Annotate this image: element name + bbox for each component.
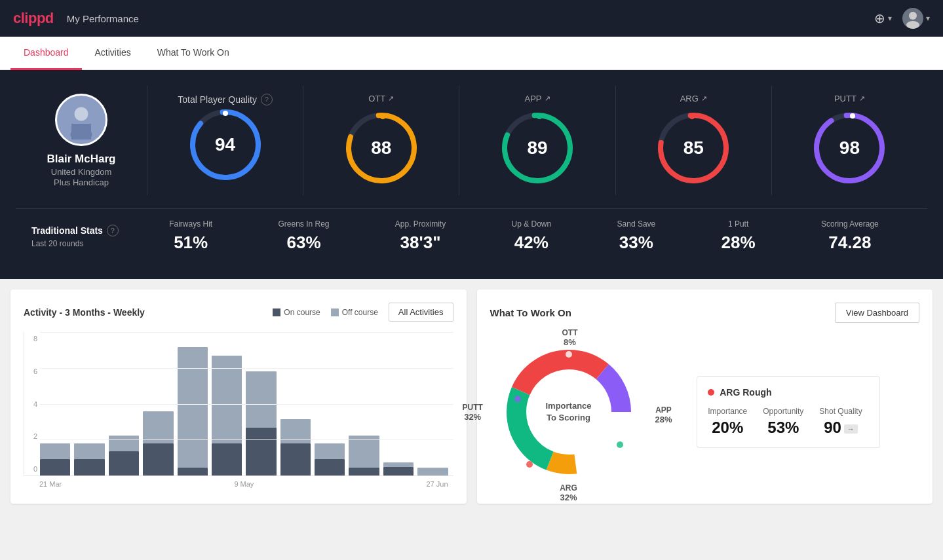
wtwo-content: Importance To Scoring OTT8% APP28% ARG32… xyxy=(490,333,920,491)
stat-greens-in-reg: Greens In Reg 63% xyxy=(278,219,329,253)
ott-donut-label: OTT8% xyxy=(562,328,578,347)
bar-off-course xyxy=(74,443,104,459)
bar-stack xyxy=(417,331,448,476)
bar-on-course xyxy=(109,451,139,476)
tpq-value: 94 xyxy=(215,134,235,155)
svg-rect-5 xyxy=(71,124,91,140)
legend-on-course: On course xyxy=(273,308,320,317)
bar-on-course xyxy=(40,459,70,476)
bar-on-course xyxy=(280,443,311,476)
ott-arrow-icon: ↗ xyxy=(388,94,394,103)
hero-top: Blair McHarg United Kingdom Plus Handica… xyxy=(16,86,927,195)
tab-activities[interactable]: Activities xyxy=(82,37,144,70)
user-menu[interactable]: ▾ xyxy=(902,8,930,29)
bar-on-course xyxy=(212,443,242,476)
chart-header: Activity - 3 Months - Weekly On course O… xyxy=(24,303,453,322)
hero-section: Blair McHarg United Kingdom Plus Handica… xyxy=(0,70,943,279)
view-dashboard-button[interactable]: View Dashboard xyxy=(835,303,919,323)
trad-stats-items: Fairways Hit 51% Greens In Reg 63% App. … xyxy=(136,219,912,253)
metric-shot-quality: Shot Quality 90→ xyxy=(819,407,862,437)
bar-off-course xyxy=(315,443,345,459)
svg-point-29 xyxy=(514,396,521,402)
player-avatar xyxy=(55,94,107,146)
putt-value: 98 xyxy=(839,138,860,159)
bar-off-course xyxy=(349,436,379,468)
header-right: ⊕ ▾ ▾ xyxy=(874,8,930,29)
chart-legend: On course Off course xyxy=(273,308,378,317)
all-activities-button[interactable]: All Activities xyxy=(389,303,453,322)
bar-stack xyxy=(74,331,104,476)
bar-on-course xyxy=(178,468,208,476)
app-panel: APP ↗ 89 xyxy=(459,86,615,195)
ott-gauge: 88 xyxy=(342,109,421,187)
tpq-panel: Total Player Quality ? 94 xyxy=(147,86,303,195)
detail-card-title: ARG Rough xyxy=(708,387,869,398)
tpq-label: Total Player Quality ? xyxy=(178,94,273,105)
app-arrow-icon: ↗ xyxy=(545,94,550,103)
tpq-gauge: 94 xyxy=(186,105,265,184)
bar-on-course xyxy=(315,459,345,476)
bar-stack xyxy=(349,331,379,476)
ott-label: OTT ↗ xyxy=(368,94,394,103)
svg-point-3 xyxy=(75,107,88,121)
wtwo-title: What To Work On xyxy=(490,307,571,318)
tab-dashboard[interactable]: Dashboard xyxy=(10,37,82,70)
bar-on-course xyxy=(246,428,276,476)
trad-stats-label: Traditional Stats ? Last 20 rounds xyxy=(31,225,136,248)
bar-on-course xyxy=(383,467,414,476)
bar-stack xyxy=(178,331,208,476)
bar-stack xyxy=(143,331,173,476)
svg-point-14 xyxy=(537,114,542,119)
bar-stack xyxy=(246,331,276,476)
bar-stack xyxy=(40,331,70,476)
bar-stack xyxy=(383,331,414,476)
trad-stats-help-icon[interactable]: ? xyxy=(107,225,119,236)
bar-group xyxy=(417,331,448,476)
bar-group xyxy=(178,331,208,476)
header-left: clippd My Performance xyxy=(13,10,139,27)
putt-panel: PUTT ↗ 98 xyxy=(772,86,927,195)
arg-donut-label: ARG32% xyxy=(560,483,577,502)
chart-wrapper: 8 6 4 2 0 21 Mar 9 May xyxy=(24,332,453,488)
app-value: 89 xyxy=(527,138,547,159)
legend-off-course-dot xyxy=(331,308,339,316)
svg-point-28 xyxy=(526,461,533,468)
stat-sand-save: Sand Save 33% xyxy=(617,219,656,253)
stat-1-putt: 1 Putt 28% xyxy=(722,219,756,253)
svg-point-20 xyxy=(850,113,855,119)
header-title: My Performance xyxy=(67,13,139,24)
bar-off-course xyxy=(212,356,242,443)
bar-off-course xyxy=(143,411,173,443)
player-country: United Kingdom xyxy=(51,167,112,177)
bar-group xyxy=(349,331,379,476)
bar-off-course xyxy=(178,347,208,468)
chart-title: Activity - 3 Months - Weekly xyxy=(24,307,145,318)
bar-group xyxy=(212,331,242,476)
bar-group xyxy=(315,331,345,476)
user-chevron: ▾ xyxy=(926,14,930,23)
bar-on-course xyxy=(143,443,173,476)
add-button[interactable]: ⊕ ▾ xyxy=(874,10,892,26)
tpq-help-icon[interactable]: ? xyxy=(261,94,273,105)
add-icon: ⊕ xyxy=(874,10,885,26)
bar-stack xyxy=(315,331,345,476)
ott-panel: OTT ↗ 88 xyxy=(303,86,459,195)
arg-panel: ARG ↗ 85 xyxy=(616,86,772,195)
bar-off-course xyxy=(280,419,311,443)
bar-off-course xyxy=(417,468,448,476)
wtwo-header: What To Work On View Dashboard xyxy=(490,303,920,323)
stat-up-down: Up & Down 42% xyxy=(512,219,552,253)
stat-scoring-average: Scoring Average 74.28 xyxy=(821,219,879,253)
putt-arrow-icon: ↗ xyxy=(859,94,865,103)
svg-point-27 xyxy=(617,441,623,448)
donut-chart: Importance To Scoring xyxy=(490,333,647,491)
player-info: Blair McHarg United Kingdom Plus Handica… xyxy=(16,94,147,187)
trad-stats-title: Traditional Stats ? xyxy=(31,225,136,236)
bar-stack xyxy=(109,331,139,476)
traditional-stats: Traditional Stats ? Last 20 rounds Fairw… xyxy=(16,208,927,266)
header: clippd My Performance ⊕ ▾ ▾ xyxy=(0,0,943,37)
bar-off-course xyxy=(109,436,139,451)
tab-what-to-work-on[interactable]: What To Work On xyxy=(144,37,242,70)
chart-area: 8 6 4 2 0 xyxy=(24,332,453,476)
bar-off-course xyxy=(246,371,276,428)
